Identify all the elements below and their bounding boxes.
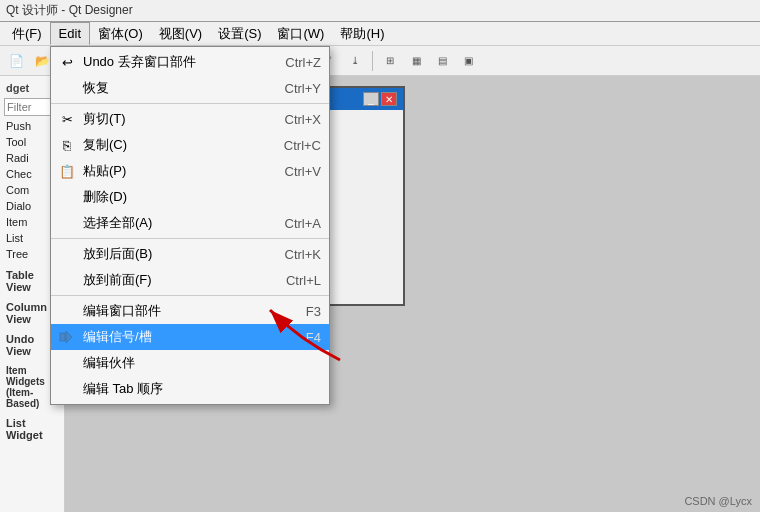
sidebar-section-list-widget: List Widget	[2, 414, 62, 442]
dropdown-label-paste: 粘贴(P)	[83, 162, 265, 180]
dropdown-item-undo[interactable]: ↩Undo 丢弃窗口部件Ctrl+Z	[51, 49, 329, 75]
svg-marker-1	[66, 331, 72, 343]
dropdown-item-edit-buddies[interactable]: 编辑伙伴	[51, 350, 329, 376]
menu-edit[interactable]: Edit	[50, 22, 90, 45]
dropdown-item-delete[interactable]: 删除(D)	[51, 184, 329, 210]
toolbar-sep4	[372, 51, 373, 71]
window-minimize-btn[interactable]: _	[363, 92, 379, 106]
toolbar-more2[interactable]: ▤	[430, 49, 454, 73]
dropdown-item-copy[interactable]: ⎘复制(C)Ctrl+C	[51, 132, 329, 158]
toolbar-new[interactable]: 📄	[4, 49, 28, 73]
dropdown-item-paste[interactable]: 📋粘贴(P)Ctrl+V	[51, 158, 329, 184]
dropdown-item-bring-front[interactable]: 放到前面(F)Ctrl+L	[51, 267, 329, 293]
dropdown-icon-select-all	[57, 213, 77, 233]
dropdown-label-bring-front: 放到前面(F)	[83, 271, 266, 289]
dropdown-shortcut-edit-signals: F4	[306, 330, 321, 345]
svg-rect-0	[60, 333, 65, 341]
dropdown-shortcut-select-all: Ctrl+A	[285, 216, 321, 231]
dropdown-separator-11	[51, 295, 329, 296]
dropdown-item-send-back[interactable]: 放到后面(B)Ctrl+K	[51, 241, 329, 267]
dropdown-label-cut: 剪切(T)	[83, 110, 265, 128]
dropdown-label-undo: Undo 丢弃窗口部件	[83, 53, 265, 71]
dropdown-item-edit-signals[interactable]: 编辑信号/槽F4	[51, 324, 329, 350]
dropdown-label-delete: 删除(D)	[83, 188, 321, 206]
dropdown-separator-8	[51, 238, 329, 239]
dropdown-label-edit-tab-order: 编辑 Tab 顺序	[83, 380, 321, 398]
dropdown-icon-copy: ⎘	[57, 135, 77, 155]
toolbar-grid[interactable]: ⊞	[378, 49, 402, 73]
dropdown-shortcut-copy: Ctrl+C	[284, 138, 321, 153]
toolbar-align-bottom[interactable]: ⤓	[343, 49, 367, 73]
dropdown-icon-bring-front	[57, 270, 77, 290]
dropdown-item-cut[interactable]: ✂剪切(T)Ctrl+X	[51, 106, 329, 132]
dropdown-icon-undo: ↩	[57, 52, 77, 72]
dropdown-shortcut-undo: Ctrl+Z	[285, 55, 321, 70]
dropdown-icon-redo	[57, 78, 77, 98]
dropdown-shortcut-send-back: Ctrl+K	[285, 247, 321, 262]
edit-dropdown-menu: ↩Undo 丢弃窗口部件Ctrl+Z恢复Ctrl+Y✂剪切(T)Ctrl+X⎘复…	[50, 46, 330, 405]
dropdown-item-select-all[interactable]: 选择全部(A)Ctrl+A	[51, 210, 329, 236]
dropdown-icon-cut: ✂	[57, 109, 77, 129]
dropdown-shortcut-redo: Ctrl+Y	[285, 81, 321, 96]
menu-file[interactable]: 件(F)	[4, 22, 50, 45]
dropdown-icon-delete	[57, 187, 77, 207]
app-title: Qt 设计师 - Qt Designer	[6, 2, 133, 19]
dropdown-separator-2	[51, 103, 329, 104]
toolbar-more1[interactable]: ▦	[404, 49, 428, 73]
menu-window[interactable]: 窗口(W)	[269, 22, 332, 45]
dropdown-shortcut-bring-front: Ctrl+L	[286, 273, 321, 288]
dropdown-label-edit-signals: 编辑信号/槽	[83, 328, 286, 346]
window-controls: _ ✕	[363, 92, 397, 106]
menu-form[interactable]: 窗体(O)	[90, 22, 151, 45]
dropdown-icon-edit-buddies	[57, 353, 77, 373]
menu-bar: 件(F) Edit 窗体(O) 视图(V) 设置(S) 窗口(W) 帮助(H)	[0, 22, 760, 46]
dropdown-shortcut-cut: Ctrl+X	[285, 112, 321, 127]
menu-settings[interactable]: 设置(S)	[210, 22, 269, 45]
watermark: CSDN @Lycx	[684, 495, 752, 507]
toolbar-more3[interactable]: ▣	[456, 49, 480, 73]
dropdown-label-send-back: 放到后面(B)	[83, 245, 265, 263]
dropdown-icon-edit-widgets	[57, 301, 77, 321]
dropdown-icon-edit-signals	[57, 327, 77, 347]
dropdown-label-edit-buddies: 编辑伙伴	[83, 354, 321, 372]
menu-help[interactable]: 帮助(H)	[332, 22, 392, 45]
dropdown-item-edit-tab-order[interactable]: 编辑 Tab 顺序	[51, 376, 329, 402]
title-bar: Qt 设计师 - Qt Designer	[0, 0, 760, 22]
dropdown-item-redo[interactable]: 恢复Ctrl+Y	[51, 75, 329, 101]
dropdown-label-copy: 复制(C)	[83, 136, 264, 154]
dropdown-shortcut-edit-widgets: F3	[306, 304, 321, 319]
dropdown-shortcut-paste: Ctrl+V	[285, 164, 321, 179]
menu-view[interactable]: 视图(V)	[151, 22, 210, 45]
dropdown-icon-edit-tab-order	[57, 379, 77, 399]
dropdown-icon-paste: 📋	[57, 161, 77, 181]
dropdown-label-select-all: 选择全部(A)	[83, 214, 265, 232]
dropdown-label-edit-widgets: 编辑窗口部件	[83, 302, 286, 320]
dropdown-item-edit-widgets[interactable]: 编辑窗口部件F3	[51, 298, 329, 324]
window-close-btn[interactable]: ✕	[381, 92, 397, 106]
dropdown-icon-send-back	[57, 244, 77, 264]
dropdown-label-redo: 恢复	[83, 79, 265, 97]
